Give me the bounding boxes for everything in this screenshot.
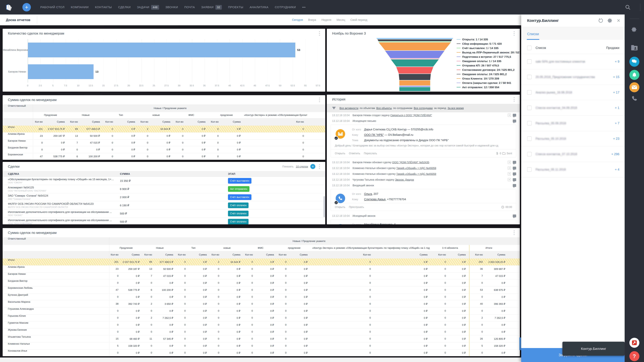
filter-part[interactable]: Все активности (340, 107, 358, 110)
widget-menu-icon[interactable] (318, 97, 321, 103)
deal-row[interactable]: Изготовление дополнительного сертификата… (3, 209, 325, 217)
period-option[interactable]: Вчера (308, 18, 316, 22)
widget-menu-icon[interactable] (513, 30, 516, 37)
table-row[interactable]: Жукова Евгения 00 ₽00 ₽00 ₽00 ₽00 ₽00 ₽0… (3, 328, 520, 335)
phone-icon[interactable] (632, 96, 637, 102)
comment-icon[interactable] (513, 178, 516, 181)
funnel-segment[interactable] (376, 60, 453, 67)
funnel-segment[interactable] (376, 51, 453, 58)
deal-name[interactable]: «Обслуживающая бухгалтерия» по тарифному… (8, 178, 115, 181)
deal-stage-badge[interactable]: Счёт оплачен (228, 202, 248, 208)
comment-icon[interactable] (513, 161, 516, 164)
deal-row[interactable]: «Обслуживающая бухгалтерия» по тарифному… (3, 177, 325, 185)
refresh-icon[interactable] (598, 18, 604, 23)
sales-count-link[interactable]: + 7 (615, 121, 619, 125)
history-entry[interactable]: 13.12.18 10:04 Багиров Неман создал зада… (327, 112, 520, 118)
comment-icon[interactable] (513, 114, 516, 117)
funnel-segment[interactable] (376, 87, 453, 91)
filter-part[interactable]: по сотрудникам (393, 107, 412, 110)
add-icon[interactable]: + (508, 172, 511, 175)
table-row[interactable]: Итоги 2012 037 915,75 ₽89577 468,5 ₽00 ₽… (3, 258, 520, 265)
period-option[interactable]: Сегодня (292, 18, 303, 22)
row-checkbox[interactable] (527, 121, 532, 126)
row-checkbox[interactable] (527, 90, 532, 95)
list-item[interactable]: sale 50% для постоянных клиентов + 9 (521, 54, 625, 69)
deals-scrollbar[interactable] (324, 196, 325, 217)
table-row[interactable]: Горькова Юлия 00 ₽27 262,5 ₽00 ₽00 ₽00 ₽… (3, 314, 520, 321)
filter-part[interactable]: Все сотрудники (414, 107, 433, 110)
select-all-checkbox[interactable] (527, 46, 532, 50)
deal-stage-badge[interactable]: Счёт выставлен (228, 194, 252, 200)
notifications-bell-icon[interactable] (629, 70, 640, 80)
bar[interactable] (28, 43, 295, 57)
table-row[interactable]: Боровинская Любовь 47538 775 ₽6100 200 ₽… (3, 286, 520, 293)
tab-lists[interactable]: Списки (527, 32, 539, 40)
funnel-segment[interactable] (376, 86, 453, 87)
reply-link[interactable]: Ответить (349, 152, 360, 155)
comment-icon[interactable] (513, 214, 516, 217)
add-icon[interactable]: + (508, 167, 511, 170)
table-row[interactable]: Бутенко Дмитрий 00 ₽00 ₽00 ₽00 ₽00 ₽00 ₽… (3, 293, 520, 300)
period-option[interactable]: Свой период (350, 18, 367, 22)
history-entry[interactable]: 13.12.18 10:04 Исходящий звонок (327, 213, 520, 219)
funnel-segment[interactable] (376, 38, 453, 39)
sales-count-link[interactable]: + 9 (615, 60, 619, 63)
sales-count-link[interactable]: + 15 (613, 75, 619, 79)
deal-name[interactable]: Алкомаркет №54125 (8, 186, 115, 189)
nav-menu-item[interactable]: ПРОЕКТЫ (225, 6, 246, 9)
list-item[interactable]: Рассылка_05.11.2018 + 4 (521, 162, 625, 177)
period-option[interactable]: Месяц (336, 18, 345, 22)
comment-icon[interactable] (513, 120, 516, 123)
deal-stage-badge[interactable]: Акт отправлен (228, 186, 250, 192)
caller-link[interactable]: Михайлина Вероника (364, 223, 392, 224)
table-row[interactable]: Клименко Наталья 5158 320 ₽00 ₽00 ₽00 ₽0… (3, 342, 520, 349)
deal-name[interactable]: ЗАО "Самара -Солана" №54124 (8, 194, 115, 197)
app-logo-icon[interactable] (5, 3, 13, 11)
funnel-segment[interactable] (376, 40, 453, 41)
row-checkbox[interactable] (527, 75, 532, 79)
deal-name[interactable]: Изготовление дополнительного сертификата… (8, 219, 115, 222)
vertical-scrollbar-thumb[interactable] (519, 337, 521, 350)
row-checkbox[interactable] (527, 136, 532, 141)
show-count-link[interactable]: 10 сделок (296, 165, 308, 168)
horizontal-scrollbar[interactable] (0, 357, 521, 362)
open-link[interactable]: Открыть (335, 206, 345, 209)
contacts-folder-icon[interactable] (631, 45, 638, 51)
settings-gear-icon[interactable] (631, 26, 638, 33)
row-checkbox[interactable] (527, 152, 532, 156)
sales-count-link[interactable]: + 17 (613, 91, 619, 94)
open-link[interactable]: Открыть (335, 152, 345, 155)
row-checkbox[interactable] (527, 167, 532, 172)
period-option[interactable]: Неделя (322, 18, 331, 22)
nav-menu-item[interactable]: РАБОЧИЙ СТОЛ (37, 6, 68, 9)
add-icon[interactable]: + (508, 114, 511, 117)
help-icon[interactable]: ? (629, 351, 640, 361)
filter-part[interactable]: За все время (448, 107, 464, 110)
list-item[interactable]: Рассылка_05.10.2018 + 23 (521, 131, 625, 146)
add-deal-button[interactable]: + (310, 164, 315, 169)
table-row[interactable]: Боровинская 47538 775 ₽6100 200 ₽00 ₽00 … (3, 153, 325, 160)
funnel-segment[interactable] (376, 74, 453, 80)
entry-link[interactable]: Тариф «Общий» + НДС №49359 (396, 172, 436, 175)
partner-app-icon[interactable] (629, 338, 640, 348)
table-row[interactable]: Гурметов Максим 00 ₽00 ₽00 ₽00 ₽00 ₽00 ₽… (3, 321, 520, 328)
table-row[interactable]: Ильметова Татьяна 1568 460 ₽1157 345 ₽00… (3, 335, 520, 342)
mail-icon[interactable] (629, 82, 640, 92)
nav-menu-item[interactable]: ЗАЯВКИ 32 (198, 5, 225, 10)
deal-name[interactable]: Изготовление дополнительного сертификата… (8, 210, 115, 214)
table-row[interactable]: Багиров Неман 00 ₽747 015 ₽00 ₽00 ₽00 ₽0… (3, 139, 325, 146)
nav-menu-item[interactable]: ПОЧТА (181, 6, 198, 9)
deal-row[interactable]: ФКЛПУ ОСБ УФСИН РОССИИ ПО САМАРСКОЙ ОБЛА… (3, 201, 325, 209)
deal-stage-badge[interactable]: Счёт оплачен (228, 219, 248, 224)
table-row[interactable]: Богданов Виктор 00 ₽00 ₽00 ₽00 ₽00 ₽00 ₽… (3, 279, 520, 286)
history-entry[interactable]: 13.12.18 10:04 Входящий звонок (327, 183, 520, 188)
widget-menu-icon[interactable] (318, 30, 321, 37)
comment-icon[interactable] (513, 184, 516, 187)
add-icon[interactable]: + (508, 178, 511, 181)
deal-stage-badge[interactable]: Счёт оплачен (228, 211, 248, 216)
nav-menu-item[interactable]: ЗАДАЧИ 448 (134, 5, 162, 10)
funnel-segment[interactable] (376, 59, 453, 59)
entry-link[interactable]: Связаться с ООО "ДОМ ПЛЁНКИ" (390, 114, 432, 117)
entry-link[interactable]: ООО "ДОМ ПЛЁНКИ" №52435 (392, 161, 429, 164)
funnel-segment[interactable] (376, 80, 453, 85)
